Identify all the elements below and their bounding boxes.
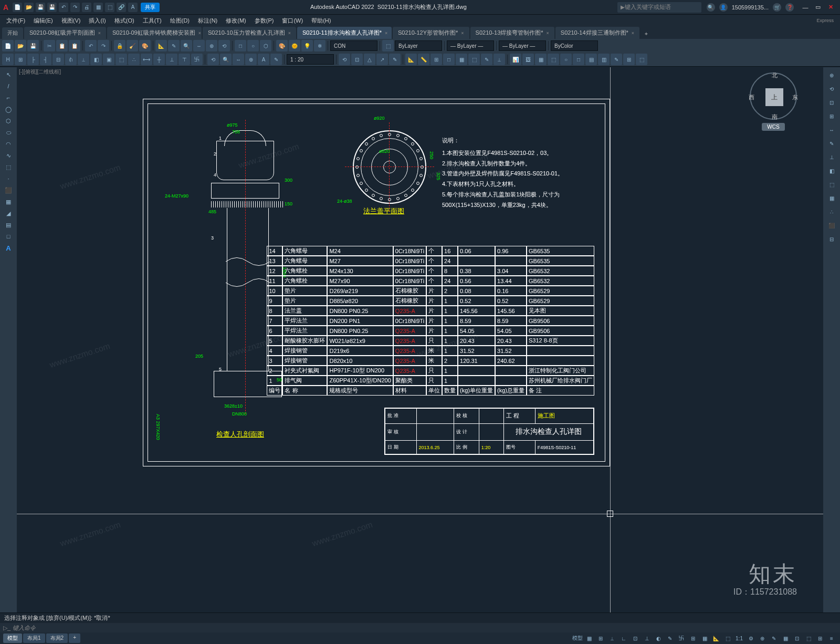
- tool-button[interactable]: ▦: [2, 196, 15, 207]
- ribbon-button[interactable]: ⟲: [218, 40, 230, 51]
- ribbon-button[interactable]: ▤: [585, 54, 597, 65]
- ribbon-button[interactable]: ⊤: [178, 54, 190, 65]
- status-button[interactable]: ⬚: [722, 633, 733, 643]
- menu-item[interactable]: 绘图(D): [167, 16, 193, 26]
- tool-button[interactable]: A: [2, 243, 15, 253]
- ribbon-button[interactable]: ▣: [103, 54, 114, 65]
- ribbon-button[interactable]: ⊥: [166, 54, 177, 65]
- ribbon-button[interactable]: △: [364, 54, 375, 65]
- status-button[interactable]: ◐: [653, 633, 664, 643]
- status-button[interactable]: ▦: [584, 633, 594, 643]
- menu-item[interactable]: 插入(I): [86, 16, 109, 26]
- ribbon-button[interactable]: 📐: [405, 54, 417, 65]
- qat-button[interactable]: ↶: [59, 3, 68, 12]
- ribbon-button[interactable]: ⊞: [15, 54, 26, 65]
- nav-button[interactable]: ⬚: [825, 179, 838, 190]
- dropdown[interactable]: CON: [330, 40, 377, 51]
- tool-button[interactable]: ▤: [2, 220, 15, 230]
- ribbon-button[interactable]: ⬚: [548, 54, 559, 65]
- ribbon-button[interactable]: ┤: [40, 54, 51, 65]
- dropdown[interactable]: ByLayer: [395, 40, 442, 51]
- tool-button[interactable]: /: [2, 81, 15, 91]
- ribbon-button[interactable]: 📏: [418, 54, 429, 65]
- ribbon-button[interactable]: ⊞: [623, 54, 635, 65]
- tool-button[interactable]: ⬭: [2, 127, 15, 138]
- tool-button[interactable]: ∿: [2, 150, 15, 161]
- start-tab[interactable]: 开始: [2, 27, 23, 39]
- tool-button[interactable]: ⬛: [2, 185, 15, 195]
- ribbon-button[interactable]: ∴: [128, 54, 140, 65]
- close-icon[interactable]: ×: [288, 30, 291, 36]
- tool-button[interactable]: ↖: [2, 69, 15, 80]
- tool-button[interactable]: ⬚: [2, 162, 15, 172]
- status-button[interactable]: ⊡: [630, 633, 640, 643]
- status-button[interactable]: 卐: [676, 633, 687, 643]
- ribbon-button[interactable]: ✎: [481, 54, 492, 65]
- model-tab[interactable]: 模型: [3, 633, 22, 643]
- ribbon-button[interactable]: ✎: [611, 54, 622, 65]
- ribbon-button[interactable]: 🖼: [522, 54, 534, 65]
- nav-button[interactable]: ✎: [825, 138, 838, 149]
- ribbon-button[interactable]: ⬚: [382, 40, 394, 51]
- tool-button[interactable]: ◠: [2, 139, 15, 149]
- dropdown[interactable]: — ByLayer —: [447, 40, 494, 51]
- close-icon[interactable]: ×: [461, 30, 464, 36]
- model-tab[interactable]: 布局2: [46, 633, 68, 643]
- ribbon-button[interactable]: 📂: [15, 40, 26, 51]
- ribbon-button[interactable]: ❄: [314, 40, 326, 51]
- menu-item[interactable]: 文件(F): [3, 16, 28, 26]
- qat-button[interactable]: 🔗: [117, 3, 126, 12]
- model-tab[interactable]: +: [69, 633, 80, 643]
- viewcube-south[interactable]: 南: [772, 113, 778, 121]
- status-button[interactable]: 1:1: [734, 633, 744, 643]
- tool-button[interactable]: □: [2, 231, 15, 242]
- dropdown[interactable]: ByColor: [551, 40, 598, 51]
- menu-item[interactable]: 参数(P): [251, 16, 277, 26]
- ribbon-button[interactable]: ⬚: [468, 54, 480, 65]
- cart-icon[interactable]: 🛒: [773, 3, 781, 12]
- ribbon-button[interactable]: 🔒: [114, 40, 125, 51]
- ribbon-button[interactable]: ⊞: [430, 54, 442, 65]
- status-button[interactable]: ⊞: [688, 633, 698, 643]
- ribbon-button[interactable]: 💡: [301, 40, 313, 51]
- status-button[interactable]: ≡: [826, 633, 837, 643]
- document-tab[interactable]: S0210-13焊接弯管制作图*×: [470, 27, 554, 39]
- viewcube-north[interactable]: 北: [772, 71, 778, 79]
- close-icon[interactable]: ×: [98, 30, 101, 36]
- close-icon[interactable]: ×: [198, 30, 201, 36]
- ribbon-button[interactable]: 🎨: [276, 40, 288, 51]
- ribbon-button[interactable]: ⬡: [260, 40, 271, 51]
- ribbon-button[interactable]: ✎: [168, 40, 180, 51]
- menu-item[interactable]: Express: [813, 17, 837, 24]
- ribbon-button[interactable]: ⟂: [494, 54, 505, 65]
- qat-button[interactable]: 💾: [36, 3, 45, 12]
- document-tab[interactable]: S0210-11排水沟检查人孔详图*×: [297, 27, 392, 39]
- status-button[interactable]: 📐: [711, 633, 721, 643]
- menu-item[interactable]: 标注(N): [195, 16, 220, 26]
- status-button[interactable]: ⊥: [642, 633, 652, 643]
- qat-button[interactable]: ⬚: [105, 3, 114, 12]
- ribbon-button[interactable]: 🌞: [289, 40, 300, 51]
- user-name[interactable]: 1505999135...: [732, 4, 769, 11]
- ribbon-button[interactable]: 💾: [27, 40, 39, 51]
- menu-item[interactable]: 视图(V): [58, 16, 84, 26]
- nav-button[interactable]: ◧: [825, 165, 838, 176]
- qat-button[interactable]: ▦: [93, 3, 103, 12]
- ribbon-button[interactable]: ├: [27, 54, 39, 65]
- nav-button[interactable]: ⊡: [825, 97, 838, 108]
- ribbon-button[interactable]: ⟂: [78, 54, 89, 65]
- ribbon-button[interactable]: □: [573, 54, 584, 65]
- dropdown[interactable]: — ByLayer —: [499, 40, 546, 51]
- ribbon-button[interactable]: ⟲: [339, 54, 350, 65]
- status-button[interactable]: ⬚: [803, 633, 814, 643]
- ribbon-button[interactable]: 🔍: [181, 40, 192, 51]
- tool-button[interactable]: ·: [2, 173, 15, 184]
- qat-button[interactable]: A: [128, 3, 138, 12]
- ribbon-button[interactable]: ↔: [233, 54, 244, 65]
- nav-button[interactable]: ⊞: [825, 110, 838, 122]
- ribbon-button[interactable]: ↔: [193, 40, 205, 51]
- status-button[interactable]: ⊞: [815, 633, 825, 643]
- document-tab[interactable]: S0210-08虹吸井平剖面图×: [24, 27, 106, 39]
- ribbon-button[interactable]: 📋: [56, 40, 68, 51]
- help-icon[interactable]: ❓: [785, 3, 794, 12]
